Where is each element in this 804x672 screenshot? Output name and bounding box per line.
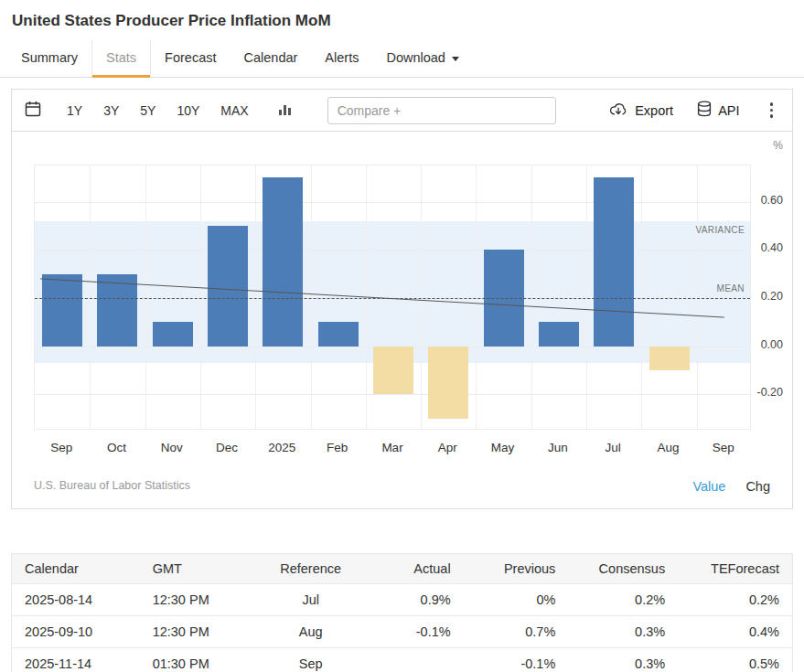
bar-jul[interactable] (594, 177, 634, 347)
cell-actual (363, 648, 464, 672)
range-10y-button[interactable]: 10Y (177, 103, 199, 118)
page: United States Producer Price Inflation M… (0, 0, 804, 672)
column-header-gmt: GMT (140, 554, 259, 584)
tab-label: Calendar (244, 50, 298, 65)
chart-region: % VARIANCEMEAN U.S. Bureau of Labor Stat… (12, 132, 792, 508)
tab-label: Download (386, 50, 445, 65)
calendar-table: CalendarGMTReferenceActualPreviousConsen… (11, 553, 793, 672)
api-button[interactable]: API (697, 101, 739, 120)
tab-download[interactable]: Download (372, 40, 473, 77)
cell-actual: -0.1% (363, 616, 464, 648)
bar-feb[interactable] (318, 322, 359, 346)
tab-forecast[interactable]: Forecast (151, 40, 230, 77)
compare-input[interactable] (327, 97, 556, 124)
cell-gmt: 01:30 PM (140, 648, 259, 672)
v-gridline (641, 165, 642, 429)
v-gridline (200, 165, 201, 429)
source-attribution: U.S. Bureau of Labor Statistics (34, 479, 190, 492)
bar-chart-icon (278, 101, 293, 120)
table-row[interactable]: 2025-08-1412:30 PMJul0.9%0%0.2%0.2% (12, 584, 792, 616)
toolbar-right-group: Export API (608, 101, 779, 120)
bar-jun[interactable] (539, 322, 579, 346)
y-tick-label: 0.40 (761, 241, 783, 254)
x-tick-label: Aug (639, 441, 698, 454)
bar-apr[interactable] (428, 347, 468, 419)
column-header-actual: Actual (363, 554, 464, 584)
column-header-teforecast: TEForecast (678, 554, 792, 584)
range-3y-button[interactable]: 3Y (103, 103, 119, 118)
cloud-download-icon (608, 101, 628, 120)
api-label: API (718, 103, 739, 118)
x-tick-label: Feb (308, 441, 367, 454)
bar-dec[interactable] (208, 226, 248, 347)
table-row[interactable]: 2025-09-1012:30 PMAug-0.1%0.7%0.3%0.4% (12, 616, 792, 648)
tabs: SummaryStatsForecastCalendarAlertsDownlo… (0, 40, 804, 78)
v-gridline (586, 165, 587, 429)
table-body: 2025-08-1412:30 PMJul0.9%0%0.2%0.2%2025-… (12, 584, 792, 672)
cell-teforecast: 0.2% (678, 584, 792, 616)
toggle-chg[interactable]: Chg (745, 479, 770, 494)
export-label: Export (635, 103, 673, 118)
chart-toolbar: 1Y3Y5Y10YMAX (12, 90, 792, 132)
v-gridline (476, 165, 477, 429)
x-tick-label: Jun (529, 441, 587, 454)
x-tick-label: Sep (694, 441, 753, 454)
x-tick-label: Apr (418, 441, 477, 454)
bar-oct[interactable] (97, 274, 137, 347)
h-gridline (35, 202, 750, 203)
cell-teforecast: 0.4% (678, 616, 792, 648)
range-1y-button[interactable]: 1Y (67, 103, 82, 118)
column-header-consensus: Consensus (568, 554, 678, 584)
tab-stats[interactable]: Stats (91, 40, 151, 77)
cell-gmt: 12:30 PM (140, 584, 259, 616)
variance-band (35, 221, 750, 364)
column-header-calendar: Calendar (12, 554, 140, 584)
kebab-dot (770, 114, 774, 118)
tab-alerts[interactable]: Alerts (311, 40, 372, 77)
tab-summary[interactable]: Summary (7, 40, 91, 77)
x-tick-label: Oct (87, 441, 145, 454)
bar-nov[interactable] (153, 322, 193, 346)
v-gridline (311, 165, 312, 429)
cell-previous: 0.7% (464, 616, 569, 648)
cell-reference: Sep (258, 648, 363, 672)
bar-sep[interactable] (42, 274, 82, 347)
cell-gmt: 12:30 PM (140, 616, 259, 648)
cell-calendar: 2025-09-10 (12, 616, 140, 648)
page-title: United States Producer Price Inflation M… (0, 0, 804, 40)
cell-previous: -0.1% (464, 648, 569, 672)
bar-aug[interactable] (649, 347, 690, 370)
plot-area: VARIANCEMEAN (34, 165, 751, 430)
database-icon (697, 101, 712, 120)
range-buttons: 1Y3Y5Y10YMAX (67, 103, 249, 118)
toggle-value[interactable]: Value (692, 479, 725, 494)
more-options-button[interactable] (764, 101, 780, 120)
cell-consensus: 0.3% (568, 648, 678, 672)
export-button[interactable]: Export (608, 101, 673, 120)
tab-calendar[interactable]: Calendar (230, 40, 312, 77)
x-tick-label: Mar (363, 441, 422, 454)
range-5y-button[interactable]: 5Y (140, 103, 155, 118)
cell-calendar: 2025-11-14 (12, 648, 140, 672)
bar-2025[interactable] (263, 177, 303, 347)
cell-previous: 0% (464, 584, 569, 616)
x-tick-label: Sep (32, 441, 91, 454)
cell-teforecast: 0.5% (678, 648, 792, 672)
y-tick-label: 0.60 (761, 194, 783, 207)
table-header-row: CalendarGMTReferenceActualPreviousConsen… (12, 554, 792, 584)
kebab-dot (770, 102, 774, 106)
date-range-button[interactable] (25, 101, 41, 121)
y-tick-label: -0.20 (757, 386, 784, 399)
bar-mar[interactable] (373, 347, 413, 395)
cell-consensus: 0.3% (568, 616, 678, 648)
chart-type-button[interactable] (278, 101, 293, 120)
v-gridline (421, 165, 422, 429)
table-row[interactable]: 2025-11-1401:30 PMSep-0.1%0.3%0.5% (12, 648, 792, 672)
v-gridline (531, 165, 532, 429)
range-max-button[interactable]: MAX (220, 103, 248, 118)
variance-label: VARIANCE (695, 225, 745, 235)
v-gridline (697, 165, 698, 429)
mean-line (35, 298, 750, 299)
tab-label: Summary (21, 50, 78, 65)
x-tick-label: Dec (198, 441, 256, 454)
